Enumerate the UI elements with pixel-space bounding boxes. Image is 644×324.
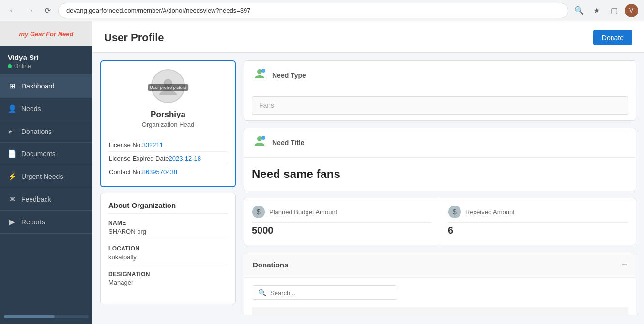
profile-role: Organization Head: [109, 121, 227, 128]
user-avatar[interactable]: V: [625, 4, 638, 17]
sidebar-item-dashboard[interactable]: ⊞ Dashboard: [0, 75, 92, 98]
table-col-donor-name: Donor Name: [291, 311, 403, 315]
org-card-title: About Organization: [108, 201, 228, 214]
sidebar-item-donations[interactable]: 🏷 Donations: [0, 120, 92, 143]
svg-point-1: [257, 69, 262, 74]
need-type-label: Need Type: [272, 72, 306, 79]
user-silhouette: [158, 76, 178, 96]
received-icon: $: [448, 205, 461, 219]
sidebar-item-reports[interactable]: ▶ Reports: [0, 211, 92, 234]
need-type-header: Need Type: [244, 61, 636, 90]
extensions-icon[interactable]: ▢: [607, 4, 621, 17]
back-button[interactable]: ←: [6, 4, 19, 17]
donations-collapse-button[interactable]: −: [621, 259, 627, 270]
browser-toolbar: 🔍 ★ ▢ V: [572, 4, 638, 17]
sidebar-item-label: Needs: [21, 105, 41, 113]
need-type-input[interactable]: Fans: [252, 96, 628, 115]
scrollbar-track: [4, 315, 89, 318]
browser-chrome: ← → ⟳ devang.gearforneed.com/member/#/do…: [0, 0, 644, 21]
table-col-amount: Amount: [516, 311, 628, 315]
profile-card: User profile picture Porshiya Organizati…: [100, 60, 236, 187]
logo-text: my Gear For Need: [19, 30, 74, 38]
feedback-icon: ✉: [8, 195, 16, 204]
received-amount-label: Received Amount: [465, 208, 515, 216]
need-title-label: Need Title: [272, 139, 305, 147]
table-col-sno: S.No: [252, 311, 291, 315]
table-header: S.No Donor Name Date Amount: [252, 307, 628, 315]
svg-text:$: $: [453, 208, 457, 216]
scrollbar-thumb: [4, 315, 55, 318]
url-text: devang.gearforneed.com/member/#/donor/ne…: [66, 7, 251, 14]
sidebar-user: Vidya Sri Online: [0, 46, 92, 75]
need-title-header: Need Title: [244, 128, 636, 158]
sidebar-bottom: [0, 309, 92, 324]
svg-point-3: [257, 136, 262, 141]
content-panels: User profile picture Porshiya Organizati…: [92, 53, 644, 323]
left-panel: User profile picture Porshiya Organizati…: [100, 60, 236, 315]
license-value[interactable]: 332211: [142, 141, 163, 148]
contact-value[interactable]: 8639570438: [142, 168, 177, 176]
received-amount-header: $ Received Amount: [448, 205, 628, 219]
org-location-value: kukatpally: [108, 253, 228, 265]
bookmark-icon[interactable]: ★: [590, 4, 603, 17]
urgent-icon: ⚡: [8, 172, 16, 181]
sidebar-item-feedback[interactable]: ✉ Feedback: [0, 188, 92, 211]
org-name-value: SHARON org: [108, 228, 228, 239]
search-browser-icon[interactable]: 🔍: [572, 4, 586, 17]
sidebar-logo: my Gear For Need: [0, 21, 92, 46]
need-title-value-area: Need same fans: [244, 158, 636, 191]
sidebar-item-label: Documents: [21, 150, 56, 158]
org-name-field: Name SHARON org: [108, 220, 228, 239]
profile-divider: [109, 133, 227, 133]
search-bar[interactable]: 🔍: [252, 285, 397, 300]
svg-point-2: [261, 69, 265, 73]
donate-button[interactable]: Donate: [593, 30, 632, 45]
contact-label: Contact No.: [109, 168, 142, 176]
reports-icon: ▶: [8, 218, 16, 226]
forward-button[interactable]: →: [23, 4, 37, 17]
license-date-value[interactable]: 2023-12-18: [169, 155, 201, 162]
svg-point-0: [164, 79, 172, 88]
org-card: About Organization Name SHARON org Locat…: [100, 193, 236, 304]
donations-body: 🔍 S.No Donor Name Date Amount: [244, 278, 636, 315]
org-designation-field: Designation Manager: [108, 271, 228, 290]
license-label: License No.: [109, 141, 142, 148]
right-panel: Need Type Fans Need Title: [244, 60, 636, 315]
online-dot: [8, 64, 12, 68]
app-wrapper: my Gear For Need Vidya Sri Online ⊞ Dash…: [0, 21, 644, 324]
sidebar-item-needs[interactable]: 👤 Needs: [0, 98, 92, 120]
sidebar-item-documents[interactable]: 📄 Documents: [0, 143, 92, 165]
need-type-icon: [252, 68, 267, 83]
sidebar-item-label: Reports: [21, 218, 45, 226]
search-icon: 🔍: [258, 289, 266, 296]
received-amount-value: 6: [448, 222, 628, 238]
profile-name: Porshiya: [109, 110, 227, 119]
donations-title: Donations: [253, 261, 288, 269]
need-title-value: Need same fans: [252, 163, 628, 185]
planned-budget-value: 5000: [252, 222, 432, 238]
org-name-label: Name: [108, 220, 228, 226]
planned-budget-label: Planned Budget Amount: [269, 208, 337, 216]
need-type-value-area: Fans: [244, 90, 636, 120]
page-title: User Profile: [104, 31, 164, 44]
planned-budget-col: $ Planned Budget Amount 5000: [244, 198, 440, 245]
donations-icon: 🏷: [8, 127, 16, 135]
address-bar[interactable]: devang.gearforneed.com/member/#/donor/ne…: [58, 3, 568, 18]
refresh-button[interactable]: ⟳: [41, 4, 54, 17]
sidebar-nav: ⊞ Dashboard 👤 Needs 🏷 Donations 📄 Docume…: [0, 75, 92, 309]
sidebar-item-urgent-needs[interactable]: ⚡ Urgent Needs: [0, 165, 92, 188]
received-amount-col: $ Received Amount 6: [440, 198, 636, 245]
status-text: Online: [14, 63, 31, 70]
sidebar-status: Online: [8, 63, 85, 70]
license-date-label: License Expired Date: [109, 155, 169, 162]
budget-row: $ Planned Budget Amount 5000 $ Rec: [244, 198, 636, 245]
budget-icon: $: [252, 205, 265, 219]
search-input[interactable]: [270, 289, 367, 296]
profile-contact: Contact No.8639570438: [109, 165, 227, 178]
org-location-label: Location: [108, 245, 228, 252]
need-type-section: Need Type Fans: [244, 60, 636, 121]
profile-picture-container: User profile picture: [151, 69, 185, 106]
page-header: User Profile Donate: [92, 21, 644, 53]
profile-license-date: License Expired Date2023-12-18: [109, 152, 227, 165]
profile-picture: [151, 69, 185, 103]
